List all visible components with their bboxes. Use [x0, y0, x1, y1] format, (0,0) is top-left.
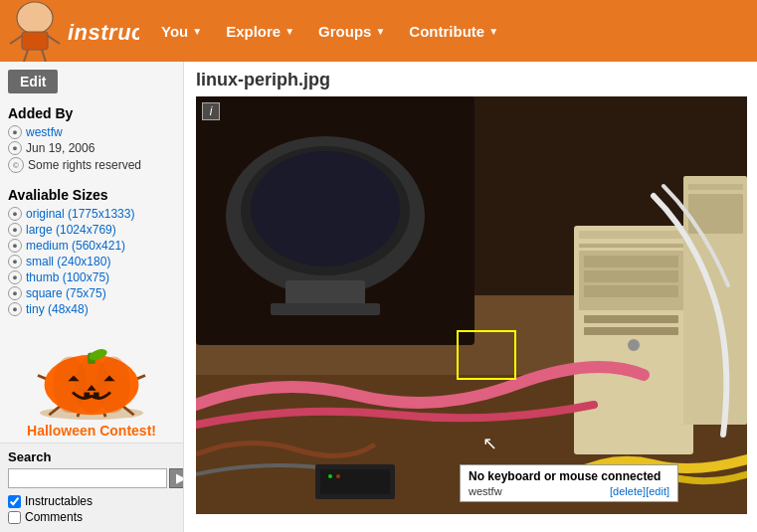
nav-item-contribute[interactable]: Contribute ▼ [397, 0, 510, 62]
date-icon: ● [8, 141, 22, 155]
size-row-square: ● square (75x75) [8, 286, 175, 300]
available-sizes-section: Avaliable Sizes ● original (1775x1333) ●… [0, 183, 183, 326]
author-row: ● westfw [8, 125, 175, 139]
tooltip-actions[interactable]: [delete][edit] [610, 485, 669, 497]
size-icon-tiny: ● [8, 302, 22, 316]
info-icon[interactable]: i [202, 102, 220, 120]
size-icon-small: ● [8, 255, 22, 268]
size-icon-medium: ● [8, 239, 22, 253]
pumpkin-image [27, 330, 156, 420]
svg-rect-41 [584, 285, 678, 297]
search-button[interactable]: ▶ [169, 468, 184, 488]
svg-rect-49 [320, 469, 390, 494]
image-container[interactable]: i ↖ No keyboard or mouse connected westf… [196, 96, 747, 514]
size-row-original: ● original (1775x1333) [8, 207, 175, 221]
svg-rect-46 [688, 184, 743, 190]
svg-point-32 [251, 151, 400, 266]
photo-svg [196, 96, 747, 514]
svg-rect-23 [84, 393, 90, 399]
search-input[interactable] [8, 468, 167, 488]
svg-rect-36 [579, 231, 688, 239]
nav-explore-arrow: ▼ [284, 26, 294, 37]
size-link-medium[interactable]: medium (560x421) [26, 239, 125, 253]
svg-point-51 [336, 474, 340, 478]
checkbox-comments-row: Comments [8, 510, 175, 524]
size-icon-original: ● [8, 207, 22, 221]
main-content: linux-periph.jpg [184, 62, 757, 532]
logo-svg: instructables [0, 0, 139, 62]
date-label: Jun 19, 2006 [26, 141, 95, 155]
author-link[interactable]: westfw [26, 125, 63, 139]
size-row-thumb: ● thumb (100x75) [8, 270, 175, 284]
rights-row: © Some rights reserved [8, 157, 175, 173]
available-sizes-title: Avaliable Sizes [8, 187, 175, 203]
tooltip: No keyboard or mouse connected westfw [d… [460, 464, 678, 502]
rights-label: Some rights reserved [28, 158, 141, 172]
tooltip-footer: westfw [delete][edit] [469, 485, 669, 497]
svg-rect-33 [285, 280, 365, 305]
svg-point-44 [628, 339, 640, 351]
checkbox-instructables-label: Instructables [25, 494, 93, 508]
size-link-tiny[interactable]: tiny (48x48) [26, 302, 89, 316]
edit-button[interactable]: Edit [8, 70, 58, 93]
added-by-title: Added By [8, 105, 175, 121]
nav-you-arrow: ▼ [192, 26, 202, 37]
search-title: Search [8, 449, 175, 464]
nav-item-groups[interactable]: Groups ▼ [306, 0, 397, 62]
svg-rect-42 [584, 315, 678, 323]
size-link-original[interactable]: original (1775x1333) [26, 207, 134, 221]
rights-icon: © [8, 157, 24, 173]
size-link-thumb[interactable]: thumb (100x75) [26, 270, 109, 284]
svg-rect-40 [584, 270, 678, 282]
size-row-medium: ● medium (560x421) [8, 239, 175, 253]
size-icon-thumb: ● [8, 270, 22, 284]
size-row-tiny: ● tiny (48x48) [8, 302, 175, 316]
author-icon: ● [8, 125, 22, 139]
sidebar: Edit Added By ● westfw ● Jun 19, 2006 © … [0, 62, 184, 532]
size-row-large: ● large (1024x769) [8, 223, 175, 237]
checkbox-instructables[interactable] [8, 495, 21, 508]
search-section: Search ▶ Instructables Comments [0, 443, 183, 532]
nav-groups-arrow: ▼ [375, 26, 385, 37]
nav-bar: You ▼ Explore ▼ Groups ▼ Contribute ▼ [139, 0, 757, 62]
svg-point-18 [96, 357, 130, 414]
header: instructables You ▼ Explore ▼ Groups ▼ C… [0, 0, 757, 62]
svg-point-50 [328, 474, 332, 478]
nav-groups-label: Groups [318, 23, 371, 40]
logo-area[interactable]: instructables [0, 0, 139, 62]
halloween-contest-link[interactable]: Halloween Contest! [27, 423, 156, 439]
svg-point-1 [17, 2, 53, 34]
checkbox-comments[interactable] [8, 511, 21, 524]
svg-rect-43 [584, 327, 678, 335]
nav-contribute-arrow: ▼ [488, 26, 498, 37]
main-layout: Edit Added By ● westfw ● Jun 19, 2006 © … [0, 62, 757, 532]
checkbox-comments-label: Comments [25, 510, 83, 524]
size-icon-large: ● [8, 223, 22, 237]
svg-rect-34 [271, 303, 380, 315]
size-link-large[interactable]: large (1024x769) [26, 223, 116, 237]
nav-item-you[interactable]: You ▼ [149, 0, 214, 62]
added-by-section: Added By ● westfw ● Jun 19, 2006 © Some … [0, 101, 183, 183]
size-link-small[interactable]: small (240x180) [26, 255, 110, 268]
size-icon-square: ● [8, 286, 22, 300]
search-row: ▶ [8, 468, 175, 488]
svg-rect-2 [22, 32, 48, 50]
svg-rect-39 [584, 256, 678, 267]
size-link-square[interactable]: square (75x75) [26, 286, 106, 300]
tooltip-author: westfw [469, 485, 502, 497]
svg-rect-24 [94, 393, 99, 399]
tooltip-title: No keyboard or mouse connected [469, 469, 669, 483]
nav-you-label: You [161, 23, 188, 40]
checkbox-instructables-row: Instructables [8, 494, 175, 508]
svg-rect-37 [579, 244, 688, 248]
svg-text:instructables: instructables [68, 20, 139, 45]
nav-contribute-label: Contribute [409, 23, 484, 40]
date-row: ● Jun 19, 2006 [8, 141, 175, 155]
pumpkin-section: Halloween Contest! [0, 326, 183, 443]
nav-item-explore[interactable]: Explore ▼ [214, 0, 306, 62]
image-title: linux-periph.jpg [196, 70, 745, 90]
highlight-box [457, 330, 516, 380]
nav-explore-label: Explore [226, 23, 281, 40]
size-row-small: ● small (240x180) [8, 255, 175, 268]
